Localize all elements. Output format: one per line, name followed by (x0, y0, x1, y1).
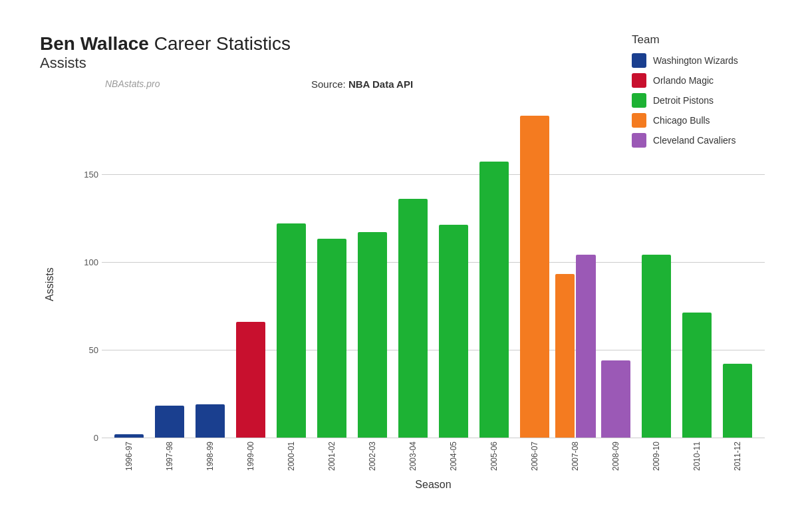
legend-item-label: Chicago Bulls (653, 115, 710, 126)
x-tick: 1996-97 (108, 438, 149, 477)
x-tick: 2002-03 (352, 438, 392, 477)
chart-body: Assists NBAstats.pro Source: NBA Data AP… (40, 78, 765, 491)
x-tick-label: 2001-02 (327, 442, 336, 471)
bar-group (515, 98, 555, 438)
legend-color-swatch (632, 113, 646, 128)
bar (479, 162, 509, 438)
bar (398, 199, 428, 438)
bar-group (149, 98, 190, 438)
bar-group (311, 98, 352, 438)
x-tick-label: 2008-09 (611, 442, 620, 471)
bar (358, 232, 387, 438)
x-tick-label: 1998-99 (205, 442, 215, 471)
source-watermark: NBAstats.pro (105, 78, 160, 89)
x-tick: 2007-08 (555, 438, 596, 477)
x-tick: 2003-04 (392, 438, 433, 477)
x-tick: 2010-11 (677, 438, 718, 477)
x-tick: 2011-12 (718, 438, 758, 477)
x-tick-label: 2006-07 (530, 442, 539, 471)
bar-group (230, 98, 271, 438)
legend-items: Washington WizardsOrlando MagicDetroit P… (632, 53, 765, 148)
bar (520, 116, 549, 438)
x-tick-label: 2004-05 (449, 442, 458, 471)
bar-group (392, 98, 433, 438)
bar-group (190, 98, 230, 438)
source-bold: NBA Data API (348, 78, 413, 90)
x-axis-label: Season (65, 479, 765, 491)
x-tick: 1999-00 (230, 438, 271, 477)
bar (155, 406, 184, 438)
x-tick-label: 2000-01 (287, 442, 296, 471)
bar (682, 313, 712, 438)
bar (642, 255, 671, 438)
legend-item-label: Cleveland Cavaliers (653, 135, 736, 146)
x-tick-label: 1999-00 (246, 442, 255, 471)
x-tick-label: 1997-98 (165, 442, 174, 471)
legend-item: Chicago Bulls (632, 113, 765, 128)
bar (601, 360, 630, 438)
legend-item: Washington Wizards (632, 53, 765, 68)
x-tick: 2000-01 (271, 438, 311, 477)
y-tick-label: 50 (68, 344, 98, 354)
x-tick-label: 2003-04 (408, 442, 418, 471)
y-tick-label: 150 (68, 169, 98, 179)
title-rest: Career Statistics (149, 33, 291, 54)
x-tick-label: 2007-08 (571, 442, 580, 471)
x-tick-label: 1996-97 (124, 442, 134, 471)
x-tick-label: 2002-03 (368, 442, 377, 471)
legend-title: Team (632, 33, 765, 47)
bar-group (596, 98, 636, 438)
bar (236, 322, 265, 438)
legend-color-swatch (632, 53, 646, 68)
plot-area: 050100150 1996-971997-981998-991999-0020… (65, 98, 765, 477)
bar (196, 404, 225, 438)
x-tick-label: 2010-11 (692, 442, 702, 471)
x-tick: 1997-98 (149, 438, 190, 477)
source-label: Source: NBA Data API (311, 78, 413, 90)
bar-group (474, 98, 515, 438)
title-bold: Ben Wallace (40, 33, 149, 54)
legend: Team Washington WizardsOrlando MagicDetr… (632, 33, 765, 153)
x-tick: 2006-07 (515, 438, 555, 477)
x-tick-label: 2009-10 (652, 442, 661, 471)
legend-color-swatch (632, 93, 646, 108)
bar-group (434, 98, 474, 438)
legend-item-label: Orlando Magic (653, 75, 714, 86)
legend-item-label: Washington Wizards (653, 55, 738, 66)
legend-color-swatch (632, 73, 646, 88)
bar (439, 225, 468, 438)
x-tick: 2008-09 (596, 438, 636, 477)
x-tick-label: 2011-12 (733, 442, 742, 471)
legend-item-label: Detroit Pistons (653, 95, 714, 106)
x-tick: 2009-10 (636, 438, 677, 477)
chart-container: Ben Wallace Career Statistics Assists As… (20, 13, 778, 519)
source-text: Source: (311, 78, 348, 90)
x-tick: 2001-02 (311, 438, 352, 477)
bar-group (352, 98, 392, 438)
x-tick: 2005-06 (474, 438, 515, 477)
bar (277, 223, 306, 438)
bar-group (271, 98, 311, 438)
bar (317, 239, 346, 438)
x-axis: 1996-971997-981998-991999-002000-012001-… (102, 438, 765, 477)
legend-color-swatch (632, 133, 646, 148)
bar-group (108, 98, 149, 438)
bar (723, 364, 752, 438)
legend-item: Orlando Magic (632, 73, 765, 88)
x-tick: 1998-99 (190, 438, 230, 477)
y-tick-label: 100 (68, 257, 98, 267)
bar (555, 274, 575, 438)
x-tick: 2004-05 (434, 438, 474, 477)
legend-item: Cleveland Cavaliers (632, 133, 765, 148)
y-tick-label: 0 (68, 433, 98, 443)
x-tick-label: 2005-06 (489, 442, 499, 471)
bar-group (555, 98, 596, 438)
y-axis-label: Assists (40, 78, 60, 491)
legend-item: Detroit Pistons (632, 93, 765, 108)
bar (576, 255, 595, 438)
